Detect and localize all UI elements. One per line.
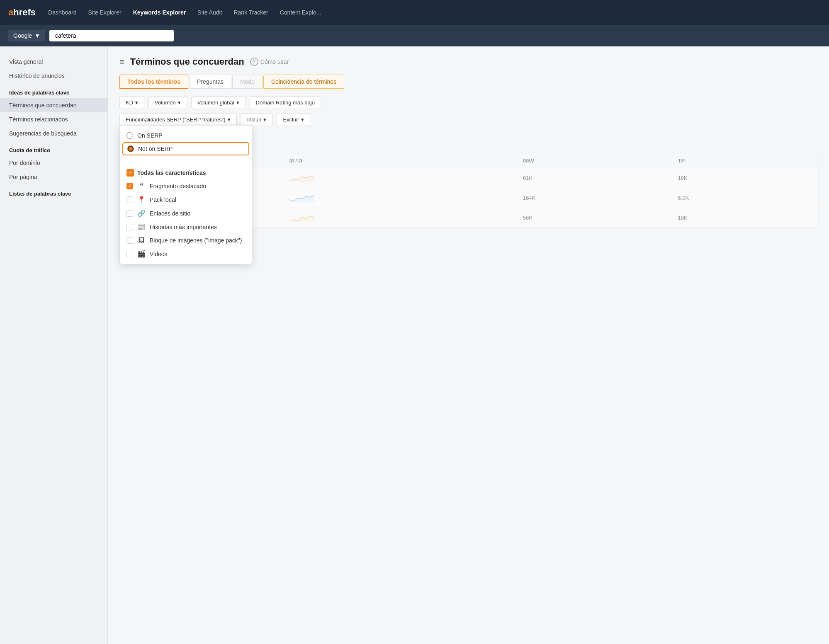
- search-bar: Google ▼: [0, 25, 829, 46]
- gsv-cell-3: 56K: [517, 208, 672, 228]
- search-input[interactable]: [49, 30, 174, 41]
- feature-fragmento[interactable]: ✓ ❝ Fragmento destacado: [120, 179, 252, 193]
- search-engine-label: Google: [13, 32, 32, 39]
- excluir-chevron-icon: ▾: [301, 116, 304, 123]
- filter-domain-rating[interactable]: Domain Rating más bajo: [250, 96, 321, 109]
- pack-local-icon: 📍: [137, 196, 146, 203]
- fragmento-checkbox[interactable]: ✓: [126, 183, 133, 189]
- filter-kd-label: KD: [126, 99, 133, 106]
- radio-not-on-serp[interactable]: Not on SERP: [122, 142, 249, 155]
- videos-label: Videos: [150, 251, 168, 257]
- not-on-serp-label: Not on SERP: [138, 145, 173, 152]
- tab-preguntas[interactable]: Preguntas: [189, 75, 231, 89]
- feature-enlaces-sitio[interactable]: 🔗 Enlaces de sitio: [120, 206, 252, 220]
- minus-icon[interactable]: −: [126, 169, 134, 177]
- nav-content-explorer[interactable]: Content Explo...: [280, 9, 321, 16]
- main-content: ≡ Términos que concuerdan ? Cómo usar To…: [108, 46, 829, 644]
- page-title: Términos que concuerdan: [130, 56, 244, 67]
- bloque-imagenes-checkbox[interactable]: [126, 237, 133, 244]
- gsv-cell-1: 61K: [517, 168, 672, 188]
- sidebar-item-terminos-concuerdan[interactable]: Términos que concuerdan: [0, 98, 107, 112]
- sidebar-item-sugerencias[interactable]: Sugerencias de búsqueda: [0, 126, 107, 140]
- historias-label: Historias más importantes: [150, 224, 217, 230]
- filter-row-2: Funcionalidades SERP ("SERP features") ▾…: [119, 113, 817, 126]
- filter-volumen-global-label: Volumen global: [197, 99, 234, 106]
- help-label: Cómo usar: [260, 58, 289, 65]
- pack-local-label: Pack local: [150, 196, 176, 203]
- filter-volumen-global[interactable]: Volumen global ▾: [191, 96, 246, 109]
- md-cell-3: [284, 208, 517, 228]
- sidebar-item-por-dominio[interactable]: Por dominio: [0, 156, 107, 170]
- pack-local-checkbox[interactable]: [126, 196, 133, 203]
- sidebar-section-cuota: Cuota de tráfico: [0, 140, 107, 156]
- logo[interactable]: ahrefs: [8, 7, 36, 18]
- sparkline-1: [289, 172, 314, 182]
- historias-icon: 📰: [137, 223, 146, 231]
- incluir-chevron-icon: ▾: [263, 116, 266, 123]
- feature-historias[interactable]: 📰 Historias más importantes: [120, 220, 252, 234]
- historias-checkbox[interactable]: [126, 224, 133, 230]
- on-serp-radio[interactable]: [126, 132, 133, 139]
- all-features-label: Todas las características: [137, 169, 206, 176]
- enlaces-sitio-icon: 🔗: [137, 209, 146, 217]
- gsv-cell-2: 164K: [517, 188, 672, 208]
- filter-excluir-label: Excluir: [283, 116, 299, 123]
- sparkline-3: [289, 212, 314, 222]
- filter-kd[interactable]: KD ▾: [119, 96, 144, 109]
- main-layout: Vista general Histórico de anuncios Idea…: [0, 46, 829, 644]
- svg-marker-2: [289, 196, 314, 202]
- nav-site-explorer[interactable]: Site Explorer: [88, 9, 122, 16]
- nav-rank-tracker[interactable]: Rank Tracker: [233, 9, 268, 16]
- col-gsv-header[interactable]: GSV: [517, 153, 672, 168]
- serp-chevron-icon: ▾: [228, 116, 231, 123]
- sidebar-item-historico-anuncios[interactable]: Histórico de anuncios: [0, 69, 107, 83]
- filter-serp-features[interactable]: Funcionalidades SERP ("SERP features") ▾: [119, 113, 237, 126]
- on-serp-label: On SERP: [137, 132, 163, 139]
- volumen-global-chevron-icon: ▾: [236, 99, 239, 106]
- nav-site-audit[interactable]: Site Audit: [197, 9, 222, 16]
- top-navigation: ahrefs Dashboard Site Explorer Keywords …: [0, 0, 829, 25]
- nav-links: Dashboard Site Explorer Keywords Explore…: [48, 9, 321, 16]
- logo-rest: hrefs: [13, 7, 36, 18]
- help-circle-icon: ?: [250, 58, 258, 66]
- hamburger-icon[interactable]: ≡: [119, 57, 124, 67]
- filter-volumen[interactable]: Volumen ▾: [148, 96, 187, 109]
- sidebar: Vista general Histórico de anuncios Idea…: [0, 46, 108, 644]
- tab-modo[interactable]: Modo: [232, 75, 263, 89]
- nav-keywords-explorer[interactable]: Keywords Explorer: [133, 9, 186, 16]
- filter-row-1: KD ▾ Volumen ▾ Volumen global ▾ Domain R…: [119, 96, 817, 109]
- sidebar-item-terminos-relacionados[interactable]: Términos relacionados: [0, 112, 107, 126]
- svg-marker-3: [289, 216, 314, 222]
- kd-chevron-icon: ▾: [135, 99, 138, 106]
- tab-coincidencia[interactable]: Coincidencia de términos: [263, 75, 344, 89]
- fragmento-icon: ❝: [137, 182, 146, 190]
- page-header: ≡ Términos que concuerdan ? Cómo usar: [119, 56, 817, 67]
- not-on-serp-radio[interactable]: [127, 145, 134, 152]
- dropdown-divider: [120, 163, 252, 163]
- filter-excluir[interactable]: Excluir ▾: [277, 113, 310, 126]
- radio-group: On SERP Not on SERP: [120, 132, 252, 160]
- md-cell-2: [284, 188, 517, 208]
- feature-videos[interactable]: 🎬 Videos: [120, 247, 252, 261]
- help-button[interactable]: ? Cómo usar: [250, 58, 289, 66]
- radio-on-serp[interactable]: On SERP: [126, 132, 245, 139]
- filter-incluir[interactable]: Incluir ▾: [241, 113, 273, 126]
- chevron-down-icon: ▼: [34, 32, 40, 39]
- search-engine-button[interactable]: Google ▼: [8, 30, 45, 41]
- enlaces-sitio-label: Enlaces de sitio: [150, 210, 190, 217]
- feature-bloque-imagenes[interactable]: 🖼 Bloque de imágenes ("image pack"): [120, 234, 252, 247]
- md-cell-1: [284, 168, 517, 188]
- col-md-header[interactable]: M / D: [284, 153, 517, 168]
- tp-cell-2: 6.0K: [672, 188, 817, 208]
- videos-checkbox[interactable]: [126, 251, 133, 257]
- nav-dashboard[interactable]: Dashboard: [48, 9, 77, 16]
- filter-domain-rating-label: Domain Rating más bajo: [256, 99, 315, 106]
- fragmento-label: Fragmento destacado: [150, 183, 206, 189]
- sidebar-item-vista-general[interactable]: Vista general: [0, 55, 107, 69]
- sidebar-item-por-pagina[interactable]: Por página: [0, 170, 107, 184]
- serp-features-dropdown: On SERP Not on SERP − Todas las caracter…: [119, 125, 252, 264]
- feature-pack-local[interactable]: 📍 Pack local: [120, 193, 252, 206]
- col-tp-header[interactable]: TP: [672, 153, 817, 168]
- tab-todos-terminos[interactable]: Todos los términos: [119, 75, 188, 89]
- enlaces-sitio-checkbox[interactable]: [126, 210, 133, 217]
